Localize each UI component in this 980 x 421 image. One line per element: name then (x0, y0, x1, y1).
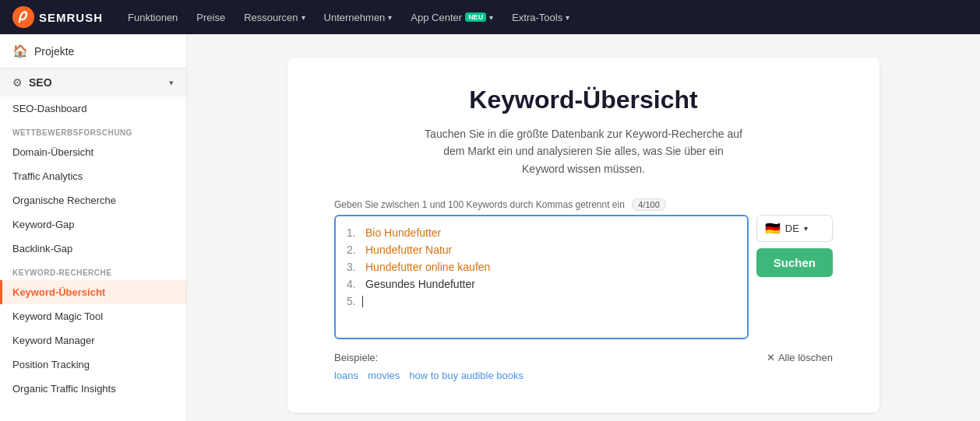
page-title: Keyword-Übersicht (334, 86, 833, 114)
chevron-down-icon: ▾ (169, 78, 174, 88)
list-item: 4. Gesundes Hundefutter (347, 275, 736, 293)
close-icon: ✕ (767, 352, 775, 363)
nav-app-center[interactable]: App Center NEU ▾ (411, 12, 493, 23)
list-item: 1. Bio Hundefutter (347, 224, 736, 241)
text-cursor (362, 296, 363, 307)
semrush-logo-icon (12, 6, 34, 28)
logo-text: SEMRUSH (39, 11, 103, 24)
chevron-down-icon: ▾ (489, 13, 493, 22)
keyword-counter: 4/100 (632, 198, 666, 211)
new-badge: NEU (465, 12, 486, 22)
sidebar-item-organic-traffic-insights[interactable]: Organic Traffic Insights (0, 377, 186, 401)
topnav: SEMRUSH Funktionen Preise Ressourcen ▾ U… (0, 0, 980, 34)
examples-row: Beispiele: ✕ Alle löschen (334, 352, 833, 363)
chevron-down-icon: ▾ (301, 13, 305, 22)
chevron-down-icon: ▾ (388, 13, 392, 22)
cursor-line: 5. (347, 293, 736, 310)
input-hint: Geben Sie zwischen 1 und 100 Keywords du… (334, 199, 666, 210)
sidebar-item-domain-uebersicht[interactable]: Domain-Übersicht (0, 140, 186, 164)
chevron-down-icon: ▾ (804, 224, 808, 233)
right-controls: 🇩🇪 DE ▾ Suchen (756, 215, 833, 277)
main-layout: 🏠 Projekte ⚙ SEO ▾ SEO-Dashboard WETTBEW… (0, 34, 980, 421)
card-subtitle: Tauchen Sie in die größte Datenbank zur … (334, 125, 833, 177)
nav-funktionen[interactable]: Funktionen (128, 12, 178, 23)
example-links: loans movies how to buy audible books (334, 370, 833, 381)
projects-label: Projekte (34, 45, 74, 58)
search-button[interactable]: Suchen (756, 248, 833, 277)
lang-code: DE (785, 223, 799, 234)
sidebar-item-keyword-magic-tool[interactable]: Keyword Magic Tool (0, 304, 186, 328)
sidebar-seo-header[interactable]: ⚙ SEO ▾ (0, 68, 186, 96)
nav-extra-tools[interactable]: Extra-Tools ▾ (512, 12, 569, 23)
keyword-input-area[interactable]: 1. Bio Hundefutter 2. Hundefutter Natur … (334, 215, 749, 339)
sidebar: 🏠 Projekte ⚙ SEO ▾ SEO-Dashboard WETTBEW… (0, 34, 187, 421)
language-selector[interactable]: 🇩🇪 DE ▾ (756, 215, 833, 242)
sidebar-item-projects[interactable]: 🏠 Projekte (0, 34, 186, 68)
sidebar-item-position-tracking[interactable]: Position Tracking (0, 353, 186, 377)
main-content: Keyword-Übersicht Tauchen Sie in die grö… (187, 34, 980, 421)
sidebar-item-seo-dashboard[interactable]: SEO-Dashboard (0, 96, 186, 121)
input-label-row: Geben Sie zwischen 1 und 100 Keywords du… (334, 199, 833, 210)
sidebar-item-keyword-gap[interactable]: Keyword-Gap (0, 212, 186, 237)
keyword-overview-card: Keyword-Übersicht Tauchen Sie in die grö… (287, 58, 880, 412)
flag-icon: 🇩🇪 (765, 221, 781, 236)
sidebar-item-backlink-gap[interactable]: Backlink-Gap (0, 237, 186, 261)
svg-point-0 (12, 6, 34, 28)
keyword-list: 1. Bio Hundefutter 2. Hundefutter Natur … (347, 224, 736, 293)
sidebar-item-keyword-uebersicht[interactable]: Keyword-Übersicht (0, 280, 186, 304)
list-item: 3. Hundefutter online kaufen (347, 258, 736, 275)
home-icon: 🏠 (12, 44, 28, 58)
nav-preise[interactable]: Preise (196, 12, 225, 23)
example-link-audible[interactable]: how to buy audible books (409, 370, 523, 381)
nav-ressourcen[interactable]: Ressourcen ▾ (244, 12, 305, 23)
sidebar-item-organische-recherche[interactable]: Organische Recherche (0, 188, 186, 212)
search-row: 1. Bio Hundefutter 2. Hundefutter Natur … (334, 215, 833, 339)
seo-label: SEO (29, 76, 52, 89)
list-item: 2. Hundefutter Natur (347, 241, 736, 258)
sidebar-section-keyword: KEYWORD-RECHERCHE (0, 261, 186, 280)
sidebar-section-wettbewerb: WETTBEWERBSFORSCHUNG (0, 121, 186, 140)
sidebar-item-keyword-manager[interactable]: Keyword Manager (0, 328, 186, 353)
nav-unternehmen[interactable]: Unternehmen ▾ (324, 12, 393, 23)
sidebar-item-traffic-analytics[interactable]: Traffic Analytics (0, 164, 186, 188)
example-link-movies[interactable]: movies (368, 370, 400, 381)
seo-icon: ⚙ (12, 76, 23, 89)
example-link-loans[interactable]: loans (334, 370, 358, 381)
examples-label: Beispiele: (334, 352, 378, 363)
chevron-down-icon: ▾ (566, 13, 569, 22)
clear-all-button[interactable]: ✕ Alle löschen (767, 352, 833, 363)
logo[interactable]: SEMRUSH (12, 6, 103, 28)
